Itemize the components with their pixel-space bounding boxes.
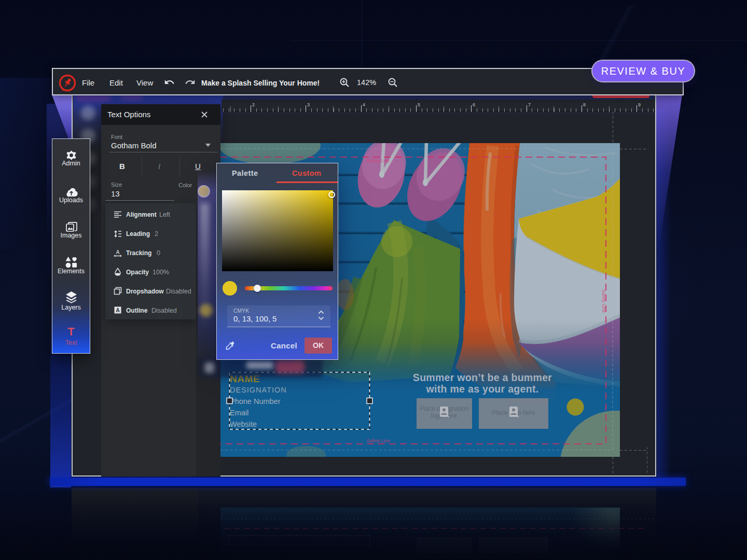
svg-text:Safety Line: Safety Line [366,158,390,163]
svg-text:Safety Line: Safety Line [367,438,390,443]
svg-text:Safety Line: Safety Line [601,289,606,313]
svg-text:A: A [116,249,120,255]
svg-text:A: A [116,307,120,313]
